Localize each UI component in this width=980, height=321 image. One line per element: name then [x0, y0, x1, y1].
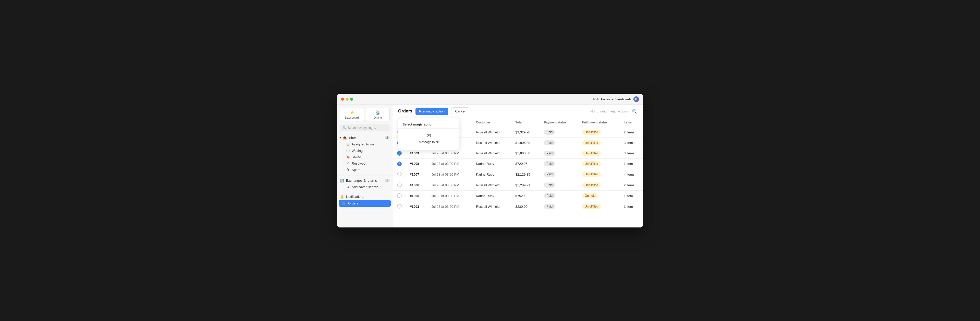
row-checkbox-cell[interactable]: ✓ [393, 158, 406, 169]
table-row[interactable]: ✓#1008Jul 23 at 03:00 PMKarine Ruby$729.… [393, 158, 643, 169]
customer-name: Karine Ruby [472, 169, 511, 180]
fulfillment-badge: Unfulfilled [582, 172, 601, 177]
fulfillment-status: Unfulfilled [578, 158, 620, 169]
sidebar-item-notifications[interactable]: 🔔 Notifications [337, 193, 393, 200]
payment-status: Paid [540, 169, 578, 180]
order-number: #1008 [406, 158, 428, 169]
username-label: Matt [593, 97, 598, 101]
magic-dropdown: Select magic action ✉ Message to all [398, 118, 460, 150]
row-checkbox-cell[interactable] [393, 169, 406, 180]
order-number: #1006 [406, 180, 428, 190]
sidebar-item-add-saved[interactable]: ⊕ Add saved search [337, 184, 393, 190]
inbox-header[interactable]: ▾ 📥 Inbox 2 [337, 134, 393, 141]
sidebar-item-saved[interactable]: 🔖 Saved [337, 154, 393, 160]
fulfillment-badge: Unfulfilled [582, 204, 601, 209]
avatar: M [633, 96, 639, 102]
row-checkbox[interactable] [397, 182, 402, 187]
page-title: Orders [398, 109, 412, 114]
payment-status: Paid [540, 148, 578, 158]
fulfillment-status: Unfulfilled [578, 127, 620, 137]
search-bar[interactable]: 🔍 Search everything ... [340, 125, 390, 131]
payment-badge: Paid [544, 204, 555, 209]
order-items: 3 items [620, 148, 643, 158]
order-date: Jul 23 at 03:00 PM [428, 158, 472, 169]
inbox-section: ▾ 📥 Inbox 2 📋 Assigned to me 🕐 Waiting 🔖… [337, 134, 393, 173]
order-total: $230.00 [511, 201, 540, 212]
spam-icon: 🗑 [346, 168, 350, 171]
table-row[interactable]: #1006Jul 23 at 03:00 PMRussell Winfield$… [393, 180, 643, 190]
fulfillment-status: Unfulfilled [578, 180, 620, 190]
status-button[interactable]: 📡 Online [366, 108, 390, 121]
main-content: Orders Run magic action Cancel No runnin… [393, 105, 643, 227]
search-icon: 🔍 [632, 109, 637, 113]
waiting-icon: 🕐 [346, 149, 350, 152]
row-checkbox[interactable] [397, 204, 402, 209]
table-row[interactable]: #1003Jul 23 at 03:00 PMRussell Winfield$… [393, 201, 643, 212]
sidebar-item-waiting[interactable]: 🕐 Waiting [337, 147, 393, 154]
fulfillment-status: Unfulfilled [578, 148, 620, 158]
dropdown-item-message[interactable]: ✉ Message to all [398, 129, 459, 148]
payment-badge: Paid [544, 129, 555, 135]
order-total: $3,329.90 [511, 127, 540, 137]
fulfillment-status: Unfulfilled [578, 169, 620, 180]
payment-badge: Paid [544, 151, 555, 156]
order-number: #1007 [406, 169, 428, 180]
row-checkbox-cell[interactable] [393, 180, 406, 190]
col-fulfillment: Fulfillment status [578, 118, 620, 127]
order-number: #1003 [406, 201, 428, 212]
row-checkbox[interactable] [397, 172, 402, 176]
divider-1 [337, 176, 393, 176]
row-checkbox[interactable]: ✓ [397, 151, 402, 156]
row-checkbox[interactable] [397, 193, 402, 198]
titlebar: Matt Awesome Snowboards M [337, 94, 643, 105]
add-icon: ⊕ [346, 185, 350, 188]
app-body: ⚡ Dashboard 📡 Online 🔍 Search everything… [337, 105, 643, 227]
close-button[interactable] [341, 97, 344, 101]
user-info: Matt Awesome Snowboards M [593, 96, 639, 102]
customer-name: Karine Ruby [472, 190, 511, 201]
row-checkbox-cell[interactable] [393, 190, 406, 201]
order-date: Jul 23 at 03:00 PM [428, 190, 472, 201]
row-checkbox[interactable]: ✓ [397, 161, 402, 166]
fulfillment-badge: On hold [582, 193, 598, 198]
run-magic-button[interactable]: Run magic action [415, 108, 448, 115]
fulfillment-badge: Unfulfilled [582, 161, 601, 166]
table-row[interactable]: #1007Jul 23 at 03:00 PMKarine Ruby$2,129… [393, 169, 643, 180]
sidebar-item-resolved[interactable]: ✓ Resolved [337, 160, 393, 167]
row-checkbox-cell[interactable] [393, 201, 406, 212]
dashboard-label: Dashboard [345, 116, 359, 119]
minimize-button[interactable] [345, 97, 348, 101]
order-total: $752.18 [511, 190, 540, 201]
order-total: $1,806.38 [511, 137, 540, 148]
cancel-button[interactable]: Cancel [451, 107, 469, 115]
order-items: 4 items [620, 169, 643, 180]
order-items: 2 items [620, 180, 643, 190]
col-items: Items [620, 118, 643, 127]
fulfillment-status: On hold [578, 190, 620, 201]
sidebar-item-spam[interactable]: 🗑 Spam [337, 167, 393, 173]
status-icon: 📡 [375, 110, 380, 115]
fulfillment-badge: Unfulfilled [582, 182, 601, 188]
maximize-button[interactable] [350, 97, 353, 101]
saved-label: Saved [352, 155, 361, 159]
waiting-label: Waiting [352, 149, 363, 153]
search-button[interactable]: 🔍 [631, 108, 638, 115]
status-label: Online [374, 116, 382, 119]
sidebar-item-exchanges[interactable]: 🔄 Exchanges & returns 1 [337, 177, 393, 184]
sidebar-item-orders[interactable]: 🛒 Orders [339, 200, 391, 207]
resolved-label: Resolved [352, 161, 366, 165]
sidebar-top-nav: ⚡ Dashboard 📡 Online [337, 108, 393, 125]
orders-icon: 🛒 [342, 201, 346, 205]
dashboard-button[interactable]: ⚡ Dashboard [340, 108, 364, 121]
fulfillment-badge: Unfulfilled [582, 151, 601, 156]
orders-label: Orders [348, 201, 358, 205]
inbox-icon: 📥 [343, 136, 347, 139]
divider-2 [337, 192, 393, 192]
customer-name: Russell Winfield [472, 137, 511, 148]
order-items: 1 item [620, 190, 643, 201]
col-total: Total [511, 118, 540, 127]
customer-name: Karine Ruby [472, 158, 511, 169]
table-row[interactable]: #1005Jul 23 at 03:00 PMKarine Ruby$752.1… [393, 190, 643, 201]
spam-label: Spam [352, 168, 360, 172]
sidebar-item-assigned[interactable]: 📋 Assigned to me [337, 141, 393, 147]
